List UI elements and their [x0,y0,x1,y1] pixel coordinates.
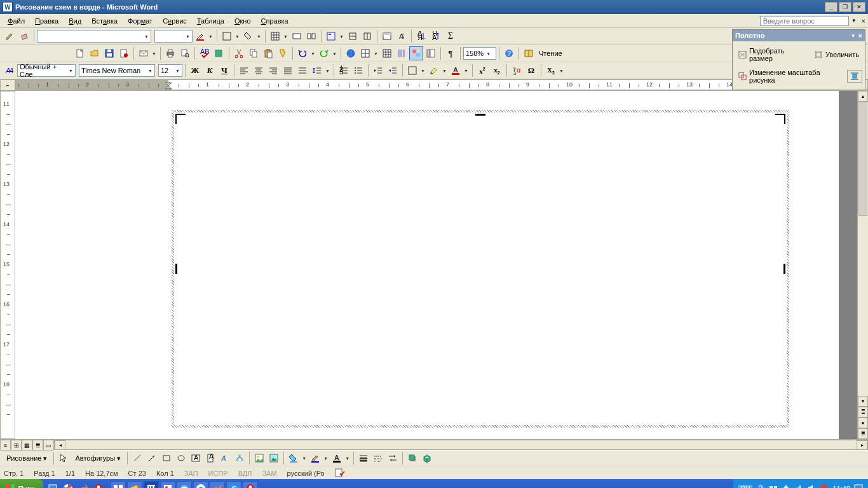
open-icon[interactable] [88,46,102,60]
borders-icon[interactable] [220,29,234,43]
align-justify-icon[interactable] [281,64,295,78]
outside-border-icon[interactable] [405,64,419,78]
firefox-icon[interactable] [76,482,90,488]
tray-volume-icon[interactable] [807,484,816,488]
char-scaling-icon[interactable]: X2 [544,64,558,78]
border-color-dropdown[interactable]: ▼ [207,29,214,43]
canvas-handle-r[interactable] [783,264,785,274]
increase-indent-icon[interactable] [386,64,400,78]
merge-cells-icon[interactable] [290,29,304,43]
opera-icon[interactable] [92,482,105,488]
task-totalcmd[interactable] [111,481,126,488]
docmap-icon[interactable] [424,46,438,60]
underline-icon[interactable]: Ч [217,64,231,78]
bold-icon[interactable]: Ж [188,64,202,78]
tray-monitor-icon[interactable] [854,484,863,488]
rectangle-icon[interactable] [159,451,173,465]
status-trk[interactable]: ИСПР [208,470,228,477]
highlight-icon[interactable] [427,64,441,78]
shadow-icon[interactable] [405,451,419,465]
drawing-canvas[interactable] [172,110,789,428]
print-preview-icon[interactable] [178,46,192,60]
status-lang[interactable]: русский (Ро [287,470,325,477]
format-painter-icon[interactable] [276,46,290,60]
task-matlab[interactable] [210,481,225,488]
tray-help-icon[interactable]: ? [756,484,765,488]
line-style-icon[interactable] [356,451,370,465]
fill-color-dropdown[interactable]: ▼ [301,451,308,465]
print-view-icon[interactable]: ▦ [22,440,32,451]
equation-icon[interactable]: α [510,64,524,78]
task-ie[interactable] [177,481,192,488]
status-spell-icon[interactable] [335,468,345,478]
autoshapes-menu[interactable]: Автофигуры ▾ [71,453,125,464]
shading-dropdown[interactable]: ▼ [255,29,262,43]
status-ext[interactable]: ВДЛ [238,470,252,477]
panel-close-icon[interactable]: × [858,32,862,39]
email-dropdown[interactable]: ▼ [151,46,158,60]
task-folder[interactable] [127,481,142,488]
align-center-icon[interactable] [252,64,266,78]
panel-fit-button[interactable]: Подобрать размер [735,45,808,64]
page[interactable] [15,91,839,439]
sort-desc-icon[interactable]: ЯА [429,29,443,43]
textbox-icon[interactable]: A [189,451,203,465]
task-skype[interactable]: S [226,481,241,488]
superscript-icon[interactable]: x2 [475,64,489,78]
border-color-icon[interactable] [193,29,207,43]
align-left-icon[interactable] [237,64,251,78]
line-spacing-icon[interactable] [310,64,324,78]
reading-view-icon[interactable]: ▭ [43,440,54,451]
help-icon[interactable]: ? [502,46,516,60]
distribute-rows-icon[interactable] [346,29,360,43]
canvas-handle-tr[interactable] [775,114,785,124]
status-ovr[interactable]: ЗАМ [262,470,276,477]
task-paint[interactable] [160,481,175,488]
wordart-icon[interactable]: A [218,451,232,465]
panel-wrap-button[interactable] [847,70,862,83]
align-cell-dropdown[interactable]: ▼ [338,29,345,43]
eraser-icon[interactable] [17,29,31,43]
menu-file[interactable]: Файл [3,16,30,26]
select-objects-icon[interactable] [57,451,71,465]
style-combo[interactable]: Обычный + Сле▼ [17,64,76,77]
prev-page-button[interactable]: ≣ [858,407,868,417]
save-icon[interactable] [102,46,116,60]
horizontal-ruler[interactable]: 1234567891011121314151617321 [15,79,857,90]
menu-format[interactable]: Формат [123,16,158,26]
numbering-icon[interactable]: 123 [337,64,351,78]
canvas-handle-t[interactable] [475,114,485,116]
cut-icon[interactable] [232,46,246,60]
next-page-button[interactable]: ≣ [858,428,868,439]
scroll-thumb[interactable] [858,102,867,216]
spellcheck-icon[interactable]: ABC [198,46,212,60]
text-direction-icon[interactable]: A [395,29,409,43]
undo-dropdown[interactable]: ▼ [309,46,316,60]
panel-expand-button[interactable]: Увеличить [811,48,862,61]
print-icon[interactable] [163,46,177,60]
zoom-combo[interactable]: 158%▼ [463,47,496,60]
draw-table-icon[interactable] [3,29,17,43]
distribute-cols-icon[interactable] [360,29,374,43]
line-color-icon[interactable] [308,451,322,465]
chrome-icon[interactable] [61,482,75,488]
tray-network-icon[interactable] [769,484,778,488]
insert-table-icon[interactable] [268,29,282,43]
draw-font-color-icon[interactable]: A [330,451,344,465]
vertical-scrollbar[interactable]: ▴ ▾ ≣ ● ≣ [857,91,868,439]
horizontal-scrollbar[interactable]: ◂ ▸ [54,440,868,450]
subscript-icon[interactable]: x2 [490,64,504,78]
scroll-right-button[interactable]: ▸ [857,440,867,450]
redo-dropdown[interactable]: ▼ [331,46,338,60]
panel-scale-button[interactable]: Изменение масштаба рисунка [735,67,844,86]
menu-help[interactable]: Справка [256,16,294,26]
picture-icon[interactable] [267,451,281,465]
borders-dropdown[interactable]: ▼ [234,29,241,43]
tables-borders-icon[interactable] [358,46,372,60]
undo-icon[interactable] [295,46,309,60]
close-button[interactable]: ✕ [853,2,865,12]
tray-shield-icon[interactable] [820,484,829,488]
menubar-close-icon[interactable]: × [862,17,865,25]
tray-lang[interactable]: RU [738,485,752,489]
scroll-down-button[interactable]: ▾ [858,396,868,407]
